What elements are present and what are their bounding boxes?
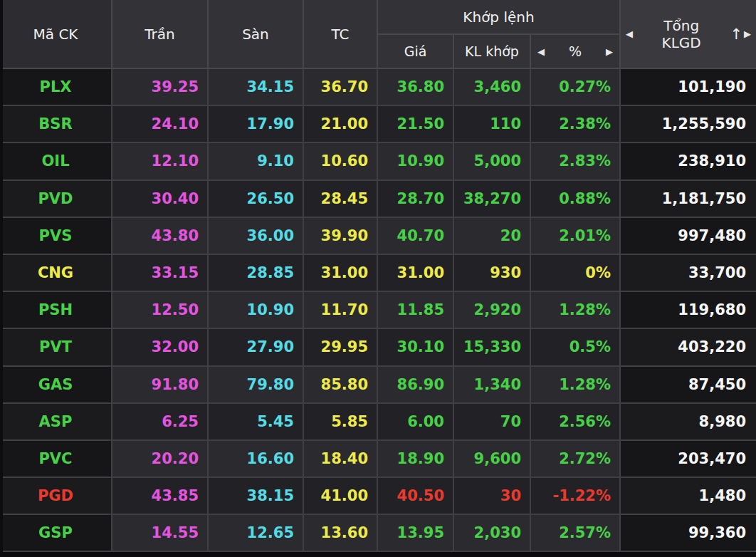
matched-volume-cell: 1,340: [454, 367, 531, 404]
matched-price-cell: 28.70: [378, 181, 454, 218]
left-edge-strip: [0, 0, 3, 557]
matched-volume-cell: 2,920: [454, 292, 531, 329]
symbol-cell[interactable]: PGD: [0, 478, 112, 515]
matched-price-cell: 40.70: [378, 218, 454, 255]
symbol-cell[interactable]: PSH: [0, 292, 112, 329]
ceiling-price-cell: 24.10: [112, 106, 209, 143]
reference-price-cell: 36.70: [304, 69, 378, 106]
header-symbol[interactable]: Mã CK: [0, 0, 112, 69]
ceiling-price-cell: 32.00: [112, 329, 209, 366]
floor-price-cell: 26.50: [209, 181, 304, 218]
header-reference[interactable]: TC: [304, 0, 378, 69]
matched-price-cell: 10.90: [378, 143, 454, 180]
stock-price-board: Mã CK Trần Sàn TC Khớp lệnh Giá KL khớp …: [0, 0, 756, 557]
scroll-right-icon[interactable]: ▶: [606, 46, 613, 57]
matched-price-cell: 18.90: [378, 441, 454, 478]
floor-price-cell: 28.85: [209, 255, 304, 292]
header-matched-group[interactable]: Khớp lệnh: [378, 0, 621, 35]
floor-price-cell: 79.80: [209, 367, 304, 404]
total-volume-cell: 238,910: [621, 143, 756, 180]
symbol-cell[interactable]: BSR: [0, 106, 112, 143]
header-percent-label[interactable]: %: [569, 43, 582, 59]
total-volume-cell: 1,480: [621, 478, 756, 515]
percent-change-cell: 1.28%: [531, 292, 621, 329]
percent-change-cell: 2.83%: [531, 143, 621, 180]
floor-price-cell: 5.45: [209, 404, 304, 441]
header-percent: ◀ % ▶: [531, 35, 621, 69]
header-total-line1: Tổng: [663, 17, 699, 34]
symbol-cell[interactable]: OIL: [0, 143, 112, 180]
reference-price-cell: 39.90: [304, 218, 378, 255]
total-volume-cell: 101,190: [621, 69, 756, 106]
scroll-right-icon[interactable]: ▶: [744, 28, 751, 39]
percent-change-cell: 2.01%: [531, 218, 621, 255]
floor-price-cell: 38.15: [209, 478, 304, 515]
header-total-volume: ◀ Tổng KLGD ↑ ▶: [621, 0, 756, 69]
symbol-cell[interactable]: PLX: [0, 69, 112, 106]
reference-price-cell: 13.60: [304, 515, 378, 552]
symbol-cell[interactable]: GSP: [0, 515, 112, 552]
symbol-cell[interactable]: PVC: [0, 441, 112, 478]
matched-volume-cell: 20: [454, 218, 531, 255]
ceiling-price-cell: 91.80: [112, 367, 209, 404]
ceiling-price-cell: 39.25: [112, 69, 209, 106]
ceiling-price-cell: 33.15: [112, 255, 209, 292]
total-volume-cell: 87,450: [621, 367, 756, 404]
header-floor[interactable]: Sàn: [209, 0, 304, 69]
matched-price-cell: 36.80: [378, 69, 454, 106]
ceiling-price-cell: 12.50: [112, 292, 209, 329]
percent-change-cell: 0.27%: [531, 69, 621, 106]
matched-price-cell: 86.90: [378, 367, 454, 404]
sort-up-icon[interactable]: ↑: [730, 26, 742, 43]
floor-price-cell: 10.90: [209, 292, 304, 329]
matched-price-cell: 6.00: [378, 404, 454, 441]
header-total-volume-label[interactable]: Tổng KLGD: [633, 17, 730, 51]
scroll-left-icon[interactable]: ◀: [626, 28, 633, 39]
total-volume-cell: 1,181,750: [621, 181, 756, 218]
total-volume-cell: 119,680: [621, 292, 756, 329]
scroll-left-icon[interactable]: ◀: [537, 46, 545, 57]
percent-change-cell: 2.72%: [531, 441, 621, 478]
reference-price-cell: 5.85: [304, 404, 378, 441]
symbol-cell[interactable]: PVS: [0, 218, 112, 255]
reference-price-cell: 11.70: [304, 292, 378, 329]
percent-change-cell: 0%: [531, 255, 621, 292]
total-volume-cell: 33,700: [621, 255, 756, 292]
matched-volume-cell: 2,030: [454, 515, 531, 552]
total-volume-cell: 997,480: [621, 218, 756, 255]
symbol-cell[interactable]: PVT: [0, 329, 112, 366]
total-volume-cell: 99,360: [621, 515, 756, 552]
reference-price-cell: 31.00: [304, 255, 378, 292]
reference-price-cell: 10.60: [304, 143, 378, 180]
matched-volume-cell: 30: [454, 478, 531, 515]
header-matched-price[interactable]: Giá: [378, 35, 454, 69]
symbol-cell[interactable]: PVD: [0, 181, 112, 218]
reference-price-cell: 28.45: [304, 181, 378, 218]
symbol-cell[interactable]: GAS: [0, 367, 112, 404]
ceiling-price-cell: 20.20: [112, 441, 209, 478]
symbol-cell[interactable]: CNG: [0, 255, 112, 292]
percent-change-cell: 1.28%: [531, 367, 621, 404]
floor-price-cell: 17.90: [209, 106, 304, 143]
ceiling-price-cell: 6.25: [112, 404, 209, 441]
percent-change-cell: 0.5%: [531, 329, 621, 366]
header-matched-volume[interactable]: KL khớp: [454, 35, 531, 69]
total-volume-cell: 1,255,590: [621, 106, 756, 143]
ceiling-price-cell: 30.40: [112, 181, 209, 218]
matched-price-cell: 11.85: [378, 292, 454, 329]
floor-price-cell: 12.65: [209, 515, 304, 552]
total-volume-cell: 403,220: [621, 329, 756, 366]
ceiling-price-cell: 14.55: [112, 515, 209, 552]
matched-volume-cell: 38,270: [454, 181, 531, 218]
reference-price-cell: 21.00: [304, 106, 378, 143]
header-total-line2: KLGD: [662, 34, 701, 51]
floor-price-cell: 9.10: [209, 143, 304, 180]
symbol-cell[interactable]: ASP: [0, 404, 112, 441]
matched-volume-cell: 3,460: [454, 69, 531, 106]
reference-price-cell: 41.00: [304, 478, 378, 515]
ceiling-price-cell: 43.80: [112, 218, 209, 255]
matched-price-cell: 13.95: [378, 515, 454, 552]
header-ceiling[interactable]: Trần: [112, 0, 209, 69]
matched-volume-cell: 5,000: [454, 143, 531, 180]
ceiling-price-cell: 43.85: [112, 478, 209, 515]
